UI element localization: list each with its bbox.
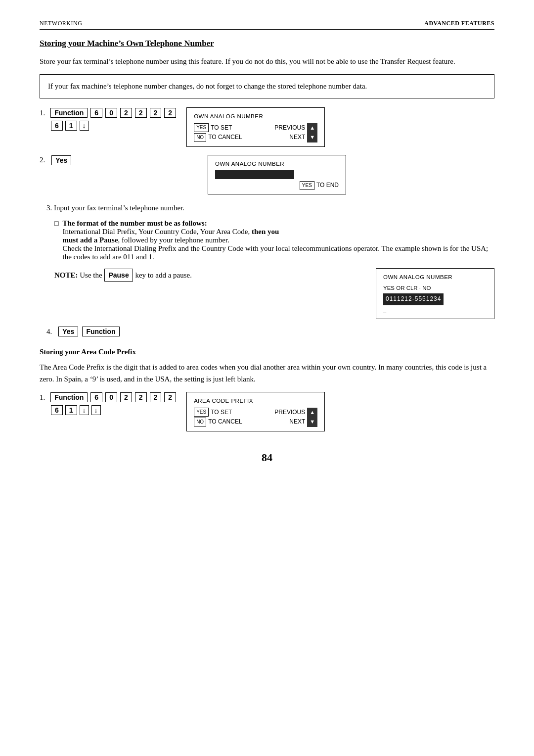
note-lcd: OWN ANALOG NUMBER YES OR CLR · NO 011121… xyxy=(376,268,494,320)
section2-key-2c: 2 xyxy=(150,392,162,402)
section2-key2-1: 1 xyxy=(65,405,77,415)
step1-number: 1. xyxy=(40,109,45,117)
section2-next-arrow: ▼ xyxy=(307,417,317,427)
format-bold: then you xyxy=(252,228,279,236)
section2-prev-arrow: ▲ xyxy=(307,408,317,418)
step1-lcd: OWN ANALOG NUMBER YES TO SET PREVIOUS ▲ … xyxy=(186,107,325,147)
format-block: The format of the number must be as foll… xyxy=(62,219,494,261)
section2-key-2b: 2 xyxy=(135,392,147,402)
step4-row: 4. Yes Function xyxy=(40,326,494,337)
step1-next-label: NEXT xyxy=(289,133,305,142)
step2-keys-col: 2. Yes xyxy=(40,155,198,166)
section2-function-key: Function xyxy=(50,392,88,402)
note-lcd-title: OWN ANALOG NUMBER xyxy=(383,273,487,282)
step2-to-end: TO END xyxy=(316,181,339,190)
section2-next-label: NEXT xyxy=(289,417,305,426)
header-right: ADVANCED FEATURES xyxy=(424,20,494,27)
step1-next-arrow: ▼ xyxy=(307,133,317,142)
format-line3: Check the International Dialing Prefix a… xyxy=(62,244,488,261)
step2-lcd-title: OWN ANALOG NUMBER xyxy=(215,159,339,168)
note-use-the: Use the xyxy=(80,271,102,279)
step2-lcd-row: YES TO END xyxy=(215,181,339,190)
step1-second-row: 6 1 ↓ xyxy=(50,120,177,131)
note-inline: NOTE: Use the Pause key to add a pause. … xyxy=(54,268,494,320)
page-header: NETWORKING ADVANCED FEATURES xyxy=(40,20,494,30)
page-number: 84 xyxy=(40,451,494,464)
section2-previous-label: PREVIOUS xyxy=(274,408,305,417)
step4-function-key: Function xyxy=(82,327,119,336)
step1-key2-1: 1 xyxy=(65,121,77,131)
section2: Storing your Area Code Prefix The Area C… xyxy=(40,348,494,431)
step1-yes-btn: YES xyxy=(194,123,209,132)
section2-step1-lcd: AREA CODE PREFIX YES TO SET PREVIOUS ▲ N… xyxy=(186,392,325,431)
section2-step1-row: 1. Function 6 0 2 2 2 2 6 1 ↓ ↓ AREA COD… xyxy=(40,392,494,431)
note-box: If your fax machine’s telephone number c… xyxy=(40,74,494,98)
step1-function-key: Function xyxy=(50,108,88,118)
section2-key2-down2: ↓ xyxy=(91,405,101,415)
step1-key2-down: ↓ xyxy=(80,121,89,131)
section2-key-6: 6 xyxy=(90,392,102,402)
step1-keys-col: 1. Function 6 0 2 2 2 2 6 1 ↓ xyxy=(40,107,177,131)
step1-key-2d: 2 xyxy=(164,108,176,118)
step1-key-2c: 2 xyxy=(150,108,162,118)
step1-no-btn: NO xyxy=(194,133,206,142)
step1-row: 1. Function 6 0 2 2 2 2 6 1 ↓ OWN ANALOG… xyxy=(40,107,494,147)
note-lcd-underscore: _ xyxy=(383,306,487,315)
section2-key-2d: 2 xyxy=(164,392,176,402)
step3-text: 3. Input your fax terminal’s telephone n… xyxy=(46,202,494,214)
section2-to-cancel: TO CANCEL xyxy=(208,417,242,426)
section2-step1-keys-col: 1. Function 6 0 2 2 2 2 6 1 ↓ ↓ xyxy=(40,392,177,416)
step4-yes-key: Yes xyxy=(58,327,78,336)
section2-lcd-row2: NO TO CANCEL NEXT ▼ xyxy=(194,417,317,427)
step2-yes-end-btn: YES xyxy=(300,181,314,190)
step4-number: 4. xyxy=(46,328,52,336)
step1-lcd-row2: NO TO CANCEL NEXT ▼ xyxy=(194,133,317,142)
step2-number: 2. xyxy=(40,156,45,164)
section2-key-0: 0 xyxy=(105,392,117,402)
note-text-block: NOTE: Use the Pause key to add a pause. xyxy=(54,268,358,294)
note-pause-key: Pause xyxy=(104,269,133,282)
section2-title: Storing your Area Code Prefix xyxy=(40,348,494,356)
step2-row: 2. Yes OWN ANALOG NUMBER YES TO END xyxy=(40,155,494,195)
section1-intro: Store your fax terminal’s telephone numb… xyxy=(40,55,494,67)
format-line1: International Dial Prefix, Your Country … xyxy=(62,228,250,236)
section2-to-set: TO SET xyxy=(211,408,232,417)
format-line2: must add a Pause xyxy=(62,236,118,244)
step1-to-cancel: TO CANCEL xyxy=(208,133,242,142)
step1-key-6: 6 xyxy=(90,108,102,118)
step1-lcd-row1: YES TO SET PREVIOUS ▲ xyxy=(194,123,317,133)
format-label: The format of the number must be as foll… xyxy=(62,219,207,227)
step1-lcd-title: OWN ANALOG NUMBER xyxy=(194,112,317,121)
section2-step1-number: 1. xyxy=(40,393,45,402)
section2-step1-second-row: 6 1 ↓ ↓ xyxy=(50,405,177,416)
step1-previous-label: PREVIOUS xyxy=(274,123,305,133)
step2-dark-bar xyxy=(215,170,294,179)
note-label: NOTE: xyxy=(54,271,78,279)
section2-lcd-title: AREA CODE PREFIX xyxy=(194,396,317,405)
note-lcd-row1: YES OR CLR · NO xyxy=(383,284,487,292)
note-lcd-number: 0111212-5551234 xyxy=(383,293,444,305)
section2-key2-6: 6 xyxy=(51,405,63,415)
note-text2: key to add a pause. xyxy=(135,271,192,279)
step1-key2-6: 6 xyxy=(51,121,63,131)
step1-to-set: TO SET xyxy=(211,123,232,133)
section2-key-2a: 2 xyxy=(120,392,132,402)
step1-prev-arrow: ▲ xyxy=(307,123,317,133)
step1-key-0: 0 xyxy=(105,108,117,118)
header-left: NETWORKING xyxy=(40,20,82,27)
checkbox-icon: □ xyxy=(54,220,58,228)
section2-key2-down1: ↓ xyxy=(80,405,89,415)
step1-key-2a: 2 xyxy=(120,108,132,118)
section2-no-btn: NO xyxy=(194,418,206,426)
note-box-text: If your fax machine’s telephone number c… xyxy=(48,82,367,90)
step2-lcd: OWN ANALOG NUMBER YES TO END xyxy=(208,155,346,195)
section2-yes-btn: YES xyxy=(194,408,209,417)
section2-lcd-row1: YES TO SET PREVIOUS ▲ xyxy=(194,408,317,418)
section2-body: The Area Code Prefix is the digit that i… xyxy=(40,361,494,385)
checkbox-row: □ The format of the number must be as fo… xyxy=(54,219,494,261)
format-line2b: , followed by your telephone number. xyxy=(118,236,229,244)
section1-title: Storing your Machine’s Own Telephone Num… xyxy=(40,39,494,48)
step2-yes-key: Yes xyxy=(51,155,71,165)
step1-key-2b: 2 xyxy=(135,108,147,118)
